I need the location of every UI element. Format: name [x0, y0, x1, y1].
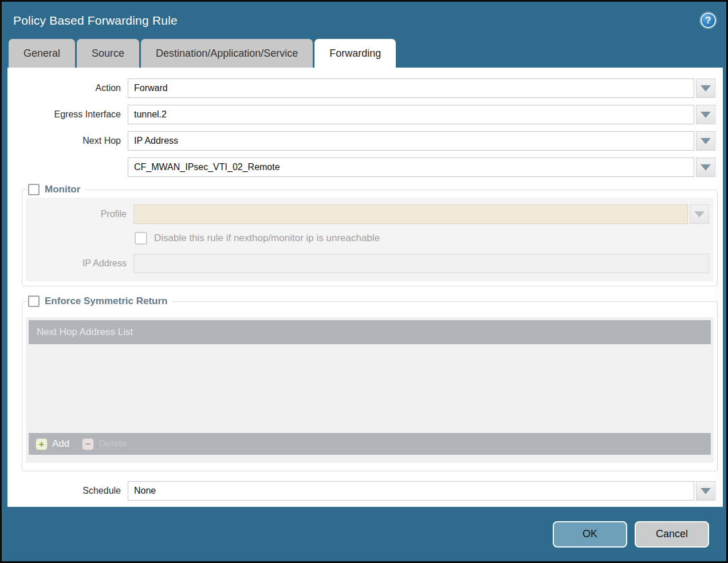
tab-bar: General Source Destination/Application/S…	[2, 39, 726, 68]
monitor-ip-address-row: IP Address	[26, 254, 714, 273]
monitor-checkbox[interactable]	[28, 184, 40, 195]
chevron-down-icon	[694, 211, 705, 218]
schedule-row: Schedule None	[7, 481, 723, 501]
action-field[interactable]: Forward	[128, 78, 694, 98]
action-label: Action	[7, 83, 128, 93]
help-icon[interactable]: ?	[701, 13, 716, 28]
delete-button: − Delete	[82, 438, 127, 450]
next-hop-label: Next Hop	[7, 136, 128, 146]
tab-forwarding[interactable]: Forwarding	[314, 39, 396, 68]
schedule-field[interactable]: None	[128, 481, 694, 501]
next-hop-type-field[interactable]: IP Address	[128, 131, 694, 151]
chevron-down-icon	[701, 112, 711, 118]
tab-destination-application-service[interactable]: Destination/Application/Service	[141, 39, 313, 68]
egress-interface-row: Egress Interface tunnel.2	[7, 105, 723, 124]
add-button[interactable]: + Add	[36, 438, 69, 450]
dialog-title: Policy Based Forwarding Rule	[13, 14, 178, 27]
chevron-down-icon	[701, 488, 711, 494]
dialog-footer: OK Cancel	[2, 507, 726, 561]
monitor-fieldset: Monitor Profile Disable this rule if nex…	[22, 184, 718, 286]
next-hop-address-list-footer: + Add − Delete	[29, 433, 711, 455]
disable-rule-row: Disable this rule if nexthop/monitor ip …	[135, 232, 714, 245]
chevron-down-icon	[701, 85, 711, 92]
egress-interface-label: Egress Interface	[7, 109, 128, 120]
next-hop-address-row: CF_MWAN_IPsec_VTI_02_Remote	[7, 158, 723, 177]
action-row: Action Forward	[7, 78, 723, 98]
chevron-down-icon	[701, 164, 711, 171]
pbf-rule-dialog: Policy Based Forwarding Rule ? General S…	[0, 0, 728, 563]
profile-label: Profile	[26, 209, 133, 219]
enforce-symmetric-return-checkbox[interactable]	[28, 296, 40, 307]
tab-general[interactable]: General	[9, 39, 75, 68]
chevron-down-icon	[701, 138, 711, 144]
titlebar: Policy Based Forwarding Rule ?	[2, 2, 726, 39]
next-hop-address-dropdown-button[interactable]	[696, 158, 715, 177]
tab-content-forwarding: Action Forward Egress Interface tunnel.2…	[7, 68, 723, 507]
egress-interface-field[interactable]: tunnel.2	[128, 105, 694, 124]
enforce-symmetric-return-fieldset: Enforce Symmetric Return Next Hop Addres…	[22, 296, 718, 471]
delete-button-label: Delete	[99, 438, 127, 450]
add-button-label: Add	[52, 438, 69, 450]
enforce-symmetric-return-legend: Enforce Symmetric Return	[27, 296, 172, 307]
egress-interface-dropdown-button[interactable]	[696, 105, 715, 124]
disable-rule-checkbox	[135, 232, 147, 245]
profile-dropdown-button	[690, 204, 709, 224]
next-hop-type-dropdown-button[interactable]	[696, 131, 715, 151]
next-hop-row: Next Hop IP Address	[7, 131, 723, 151]
monitor-ip-address-field	[133, 254, 709, 273]
profile-row: Profile	[26, 204, 714, 224]
schedule-label: Schedule	[7, 486, 128, 496]
monitor-legend: Monitor	[27, 184, 85, 195]
next-hop-address-field[interactable]: CF_MWAN_IPsec_VTI_02_Remote	[128, 158, 694, 177]
monitor-panel: Profile Disable this rule if nexthop/mon…	[26, 198, 714, 281]
enforce-symmetric-return-legend-label: Enforce Symmetric Return	[45, 296, 167, 307]
next-hop-address-list-panel: Next Hop Address List + Add − Delete	[26, 317, 714, 463]
tab-source[interactable]: Source	[77, 39, 139, 68]
schedule-dropdown-button[interactable]	[696, 481, 715, 501]
profile-field	[133, 204, 688, 224]
action-dropdown-button[interactable]	[696, 78, 715, 98]
disable-rule-label: Disable this rule if nexthop/monitor ip …	[154, 233, 380, 244]
ok-button[interactable]: OK	[553, 521, 627, 548]
monitor-legend-label: Monitor	[45, 184, 80, 195]
next-hop-address-list-body[interactable]	[29, 344, 711, 433]
plus-icon: +	[36, 438, 48, 450]
next-hop-address-list-header: Next Hop Address List	[29, 320, 711, 344]
cancel-button[interactable]: Cancel	[635, 521, 709, 548]
minus-icon: −	[82, 438, 94, 450]
monitor-ip-address-label: IP Address	[26, 258, 133, 269]
